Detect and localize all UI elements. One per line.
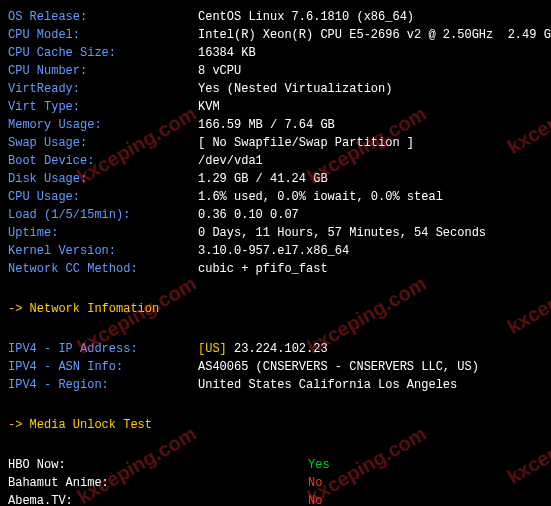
sys-row: Uptime:0 Days, 11 Hours, 57 Minutes, 54 … bbox=[8, 224, 543, 242]
sys-label: Load (1/5/15min): bbox=[8, 206, 198, 224]
net-prefix: [US] bbox=[198, 340, 234, 358]
sys-value: 0.36 0.10 0.07 bbox=[198, 206, 299, 224]
sys-value: CentOS Linux 7.6.1810 (x86_64) bbox=[198, 8, 414, 26]
sys-label: VirtReady: bbox=[8, 80, 198, 98]
system-info-block: OS Release:CentOS Linux 7.6.1810 (x86_64… bbox=[8, 8, 543, 278]
media-row: Abema.TV:No bbox=[8, 492, 543, 506]
media-row: Bahamut Anime:No bbox=[8, 474, 543, 492]
sys-value: /dev/vda1 bbox=[198, 152, 263, 170]
sys-label: Virt Type: bbox=[8, 98, 198, 116]
sys-label: Memory Usage: bbox=[8, 116, 198, 134]
sys-value: KVM bbox=[198, 98, 220, 116]
net-value: AS40065 (CNSERVERS - CNSERVERS LLC, US) bbox=[198, 358, 479, 376]
sys-label: Uptime: bbox=[8, 224, 198, 242]
sys-row: CPU Usage:1.6% used, 0.0% iowait, 0.0% s… bbox=[8, 188, 543, 206]
net-label: IPV4 - IP Address: bbox=[8, 340, 198, 358]
net-row: IPV4 - ASN Info:AS40065 (CNSERVERS - CNS… bbox=[8, 358, 543, 376]
sys-row: Network CC Method:cubic + pfifo_fast bbox=[8, 260, 543, 278]
net-label: IPV4 - Region: bbox=[8, 376, 198, 394]
sys-value: 0 Days, 11 Hours, 57 Minutes, 54 Seconds bbox=[198, 224, 486, 242]
sys-value: 1.29 GB / 41.24 GB bbox=[198, 170, 328, 188]
net-value: 23.224.102.23 bbox=[234, 340, 328, 358]
sys-value: 166.59 MB / 7.64 GB bbox=[198, 116, 335, 134]
net-label: IPV4 - ASN Info: bbox=[8, 358, 198, 376]
sys-label: OS Release: bbox=[8, 8, 198, 26]
media-label: Abema.TV: bbox=[8, 492, 308, 506]
sys-row: Swap Usage:[ No Swapfile/Swap Partition … bbox=[8, 134, 543, 152]
sys-row: Memory Usage:166.59 MB / 7.64 GB bbox=[8, 116, 543, 134]
sys-label: Kernel Version: bbox=[8, 242, 198, 260]
network-info-block: IPV4 - IP Address:[US] 23.224.102.23IPV4… bbox=[8, 340, 543, 394]
sys-row: CPU Cache Size:16384 KB bbox=[8, 44, 543, 62]
sys-value: 16384 KB bbox=[198, 44, 256, 62]
sys-label: CPU Cache Size: bbox=[8, 44, 198, 62]
sys-row: Boot Device:/dev/vda1 bbox=[8, 152, 543, 170]
sys-value: 8 vCPU bbox=[198, 62, 241, 80]
sys-row: Kernel Version:3.10.0-957.el7.x86_64 bbox=[8, 242, 543, 260]
media-unlock-block: HBO Now:YesBahamut Anime:NoAbema.TV:NoPr… bbox=[8, 456, 543, 506]
sys-row: Load (1/5/15min):0.36 0.10 0.07 bbox=[8, 206, 543, 224]
media-label: HBO Now: bbox=[8, 456, 308, 474]
media-row: HBO Now:Yes bbox=[8, 456, 543, 474]
sys-label: CPU Model: bbox=[8, 26, 198, 44]
sys-row: CPU Model:Intel(R) Xeon(R) CPU E5-2696 v… bbox=[8, 26, 543, 44]
sys-label: Swap Usage: bbox=[8, 134, 198, 152]
sys-row: OS Release:CentOS Linux 7.6.1810 (x86_64… bbox=[8, 8, 543, 26]
sys-row: CPU Number:8 vCPU bbox=[8, 62, 543, 80]
sys-value: 3.10.0-957.el7.x86_64 bbox=[198, 242, 349, 260]
sys-row: Virt Type:KVM bbox=[8, 98, 543, 116]
sys-label: Network CC Method: bbox=[8, 260, 198, 278]
net-row: IPV4 - Region:United States California L… bbox=[8, 376, 543, 394]
network-section-header: -> Network Infomation bbox=[8, 300, 543, 318]
sys-label: Disk Usage: bbox=[8, 170, 198, 188]
sys-value: [ No Swapfile/Swap Partition ] bbox=[198, 134, 414, 152]
media-result: Yes bbox=[308, 456, 330, 474]
sys-value: Intel(R) Xeon(R) CPU E5-2696 v2 @ 2.50GH… bbox=[198, 26, 551, 44]
media-section-header: -> Media Unlock Test bbox=[8, 416, 543, 434]
sys-value: Yes (Nested Virtualization) bbox=[198, 80, 392, 98]
net-row: IPV4 - IP Address:[US] 23.224.102.23 bbox=[8, 340, 543, 358]
sys-value: cubic + pfifo_fast bbox=[198, 260, 328, 278]
media-result: No bbox=[308, 474, 322, 492]
sys-label: Boot Device: bbox=[8, 152, 198, 170]
sys-label: CPU Number: bbox=[8, 62, 198, 80]
sys-row: Disk Usage:1.29 GB / 41.24 GB bbox=[8, 170, 543, 188]
media-result: No bbox=[308, 492, 322, 506]
media-label: Bahamut Anime: bbox=[8, 474, 308, 492]
sys-label: CPU Usage: bbox=[8, 188, 198, 206]
sys-row: VirtReady:Yes (Nested Virtualization) bbox=[8, 80, 543, 98]
sys-value: 1.6% used, 0.0% iowait, 0.0% steal bbox=[198, 188, 443, 206]
net-value: United States California Los Angeles bbox=[198, 376, 457, 394]
